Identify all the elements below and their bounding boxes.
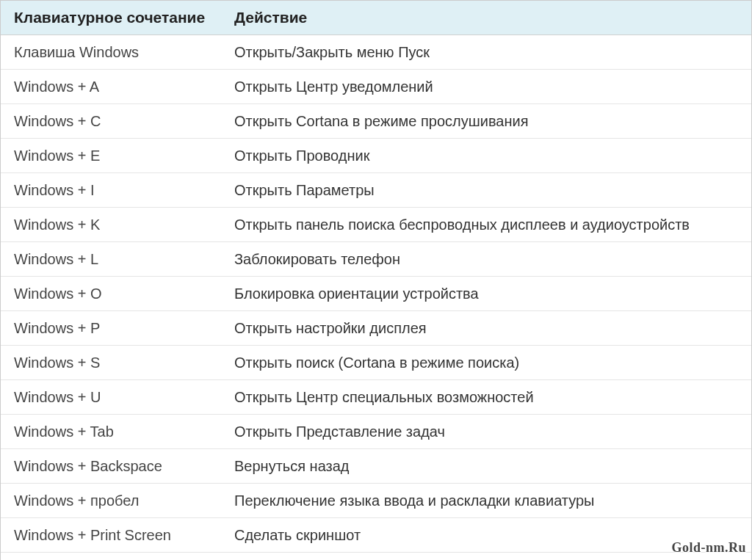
cell-shortcut: Windows + E	[1, 139, 221, 173]
cell-shortcut: Windows + U	[1, 380, 221, 415]
cell-action: Открыть панель поиска беспроводных диспл…	[221, 208, 751, 242]
table-body: Клавиша WindowsОткрыть/Закрыть меню Пуск…	[1, 35, 751, 561]
cell-shortcut: Windows + K	[1, 208, 221, 242]
cell-shortcut: Windows + S	[1, 346, 221, 380]
shortcuts-table: Клавиатурное сочетание Действие Клавиша …	[1, 1, 751, 560]
cell-shortcut: Windows + C	[1, 104, 221, 139]
cell-shortcut: Windows + Backspace	[1, 449, 221, 484]
table-row: Windows + LЗаблокировать телефон	[1, 242, 751, 277]
cell-action: Открыть настройки дисплея	[221, 311, 751, 346]
cell-shortcut: Windows + I	[1, 173, 221, 208]
cell-action: Открыть/Закрыть меню Пуск	[221, 35, 751, 70]
header-action: Действие	[221, 1, 751, 35]
cell-action: Открыть Центр специальных возможностей	[221, 380, 751, 415]
cell-action: Открыть Параметры	[221, 173, 751, 208]
table-row: Windows + OБлокировка ориентации устройс…	[1, 277, 751, 311]
cell-action: Открыть поиск (Cortana в режиме поиска)	[221, 346, 751, 380]
cell-shortcut: Windows + O	[1, 277, 221, 311]
cell-shortcut: Windows + Print Screen	[1, 518, 221, 553]
cell-action: Открыть Представление задач	[221, 415, 751, 449]
table-row: Windows + IОткрыть Параметры	[1, 173, 751, 208]
cell-shortcut: Windows + Tab	[1, 415, 221, 449]
cell-shortcut: Windows + A	[1, 70, 221, 104]
table-row: Windows + PОткрыть настройки дисплея	[1, 311, 751, 346]
table-row: Windows + KОткрыть панель поиска беспров…	[1, 208, 751, 242]
cell-action: Открыть Центр уведомлений	[221, 70, 751, 104]
cell-shortcut: Windows + P	[1, 311, 221, 346]
table-row: Windows + CОткрыть Cortana в режиме прос…	[1, 104, 751, 139]
table-row: Windows + SОткрыть поиск (Cortana в режи…	[1, 346, 751, 380]
cell-shortcut: Windows + L	[1, 242, 221, 277]
cell-action: Открыть Cortana в режиме прослушивания	[221, 104, 751, 139]
cell-shortcut: Клавиша Windows	[1, 35, 221, 70]
table-row: Windows + AОткрыть Центр уведомлений	[1, 70, 751, 104]
table-row: Windows + пробелПереключение языка ввода…	[1, 484, 751, 518]
table-row: Windows + Print ScreenСделать скриншот	[1, 518, 751, 553]
cell-action: Заблокировать телефон	[221, 242, 751, 277]
cell-action: Открыть Проводник	[221, 139, 751, 173]
table-header-row: Клавиатурное сочетание Действие	[1, 1, 751, 35]
table-row: Windows + BackspaceВернуться назад	[1, 449, 751, 484]
cell-action: Переключение языка ввода и раскладки кла…	[221, 484, 751, 518]
table-row: Windows + UОткрыть Центр специальных воз…	[1, 380, 751, 415]
shortcuts-table-wrapper: Клавиатурное сочетание Действие Клавиша …	[0, 0, 752, 560]
table-row: Windows + EОткрыть Проводник	[1, 139, 751, 173]
header-shortcut: Клавиатурное сочетание	[1, 1, 221, 35]
cell-action: Блокировка ориентации устройства	[221, 277, 751, 311]
cell-action: Вернуться назад	[221, 449, 751, 484]
table-row: Alt + TabПереключение между открытыми пр…	[1, 553, 751, 561]
watermark: Gold-nm.Ru	[671, 540, 746, 556]
cell-shortcut: Alt + Tab	[1, 553, 221, 561]
table-row: Клавиша WindowsОткрыть/Закрыть меню Пуск	[1, 35, 751, 70]
table-row: Windows + TabОткрыть Представление задач	[1, 415, 751, 449]
cell-shortcut: Windows + пробел	[1, 484, 221, 518]
